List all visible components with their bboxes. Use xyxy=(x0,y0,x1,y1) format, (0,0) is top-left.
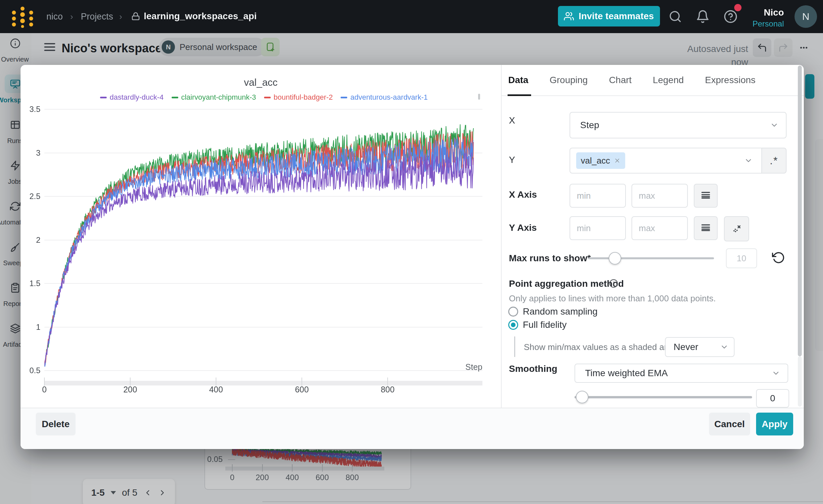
broom-icon xyxy=(10,242,21,252)
cancel-button[interactable]: Cancel xyxy=(709,413,750,436)
x-axis-tick-label: 0 xyxy=(29,385,59,395)
x-axis-tick-label: 800 xyxy=(373,385,402,395)
chevron-left-icon[interactable] xyxy=(144,488,152,497)
redo-button[interactable] xyxy=(774,38,793,57)
x-axis-max-input[interactable] xyxy=(632,184,688,208)
invite-teammates-label: Invite teammates xyxy=(579,11,654,21)
apply-button[interactable]: Apply xyxy=(756,413,793,436)
tab-expressions[interactable]: Expressions xyxy=(705,65,756,95)
y-metric-chip[interactable]: val_acc xyxy=(576,152,625,169)
help-icon[interactable] xyxy=(723,10,737,23)
refresh-icon xyxy=(10,201,21,212)
clipboard-icon xyxy=(10,282,21,293)
info-icon[interactable] xyxy=(609,279,618,288)
redo-icon xyxy=(778,42,789,53)
autosave-status: Autosaved just now xyxy=(672,42,748,56)
log-scale-icon xyxy=(700,190,711,201)
x-field-select[interactable]: Step xyxy=(569,112,787,139)
bell-icon[interactable] xyxy=(696,10,710,23)
y-axis-label: Y Axis xyxy=(509,223,537,233)
y-axis-tick-label: 3 xyxy=(23,148,40,158)
smoothing-label: Smoothing xyxy=(509,364,557,374)
tab-chart[interactable]: Chart xyxy=(609,65,632,95)
badge-label: Personal workspace xyxy=(180,42,257,52)
mini-x-tick-label: 800 xyxy=(339,473,365,482)
y-axis-log-scale-button[interactable] xyxy=(694,216,718,240)
reset-icon[interactable] xyxy=(772,251,785,264)
workspace-share-chip[interactable] xyxy=(261,38,280,56)
x-axis-min-input[interactable] xyxy=(569,184,626,208)
regex-toggle-button[interactable]: .* xyxy=(761,148,787,174)
board-icon xyxy=(10,79,21,89)
search-icon[interactable] xyxy=(669,10,682,23)
close-icon[interactable] xyxy=(614,157,621,164)
smoothing-slider[interactable] xyxy=(574,396,752,399)
radio-random-sampling[interactable] xyxy=(508,307,518,316)
max-runs-slider[interactable] xyxy=(588,257,714,259)
log-scale-icon xyxy=(700,223,711,234)
tab-grouping[interactable]: Grouping xyxy=(550,65,588,95)
sidebar-item-overview[interactable]: Overview xyxy=(0,34,31,67)
breadcrumb-section[interactable]: Projects xyxy=(81,11,113,22)
workspace-title: Nico's workspace xyxy=(62,40,162,57)
top-nav: nico › Projects › learning_workspaces_ap… xyxy=(0,0,823,33)
chart-canvas[interactable] xyxy=(44,99,482,374)
smoothing-amount-input[interactable] xyxy=(756,389,789,408)
max-runs-input[interactable] xyxy=(726,248,757,268)
x-axis-tick-label: 600 xyxy=(287,385,317,395)
menu-icon[interactable] xyxy=(43,40,56,54)
x-field-label: X xyxy=(509,115,515,125)
tab-legend[interactable]: Legend xyxy=(653,65,683,95)
tab-data[interactable]: Data xyxy=(508,65,528,95)
ignore-outliers-button[interactable] xyxy=(724,216,749,241)
pagination-range[interactable]: 1-5 xyxy=(91,487,104,498)
x-axis-brush[interactable] xyxy=(44,381,482,386)
chevron-down-icon xyxy=(744,156,753,165)
pagination[interactable]: 1-5 of 5 xyxy=(83,479,175,504)
undo-button[interactable] xyxy=(753,38,771,57)
panel-scrollbar-thumb[interactable] xyxy=(798,65,802,356)
delete-button[interactable]: Delete xyxy=(36,413,75,436)
smoothing-slider-thumb[interactable] xyxy=(576,391,589,403)
invite-teammates-button[interactable]: Invite teammates xyxy=(558,6,660,26)
breadcrumb-project[interactable]: learning_workspaces_api xyxy=(144,10,257,22)
y-axis-min-input[interactable] xyxy=(569,216,626,240)
radio-label[interactable]: Random sampling xyxy=(523,306,598,317)
mini-x-tick-label: 600 xyxy=(309,473,336,482)
minmax-select[interactable]: Never xyxy=(665,337,734,357)
y-field-label: Y xyxy=(509,155,515,165)
settings-tabs: DataGroupingChartLegendExpressions xyxy=(501,65,804,96)
max-runs-slider-thumb[interactable] xyxy=(609,252,621,265)
x-axis-log-scale-button[interactable] xyxy=(694,184,718,208)
x-axis-tick-label: 400 xyxy=(201,385,231,395)
chevron-right-icon[interactable] xyxy=(158,488,167,497)
badge-avatar: N xyxy=(162,40,175,54)
chart-title: val_acc xyxy=(21,77,501,88)
max-runs-label: Max runs to show* xyxy=(509,253,591,263)
avatar[interactable]: N xyxy=(795,5,817,28)
lock-icon xyxy=(131,12,140,21)
breadcrumb-separator: › xyxy=(119,11,122,22)
x-axis-tick-label: 200 xyxy=(115,385,145,395)
y-axis-tick-label: 3.5 xyxy=(23,105,40,114)
undo-icon xyxy=(757,42,767,53)
radio-label[interactable]: Full fidelity xyxy=(523,319,566,330)
workspace-badge[interactable]: N Personal workspace xyxy=(159,38,266,56)
legend-scrollbar[interactable] xyxy=(478,94,480,100)
y-field-select[interactable]: val_acc xyxy=(569,148,762,174)
legend-swatch xyxy=(100,97,107,98)
x-axis-label: X Axis xyxy=(509,190,537,200)
wandb-logo[interactable] xyxy=(10,5,35,28)
breadcrumb-account[interactable]: nico xyxy=(46,11,63,22)
more-icon[interactable] xyxy=(797,43,811,52)
smoothing-select[interactable]: Time weighted EMA xyxy=(574,363,788,383)
radio-full-fidelity[interactable] xyxy=(508,320,518,330)
y-axis-tick-label: 2.5 xyxy=(23,192,40,201)
outliers-icon xyxy=(730,223,743,235)
user-name[interactable]: Nico xyxy=(742,7,784,18)
minmax-value: Never xyxy=(674,338,698,356)
y-axis-tick-label: 0.5 xyxy=(23,366,40,375)
mini-x-tick xyxy=(352,464,352,472)
panel-scrollbar-track[interactable] xyxy=(798,356,802,407)
y-axis-max-input[interactable] xyxy=(632,216,688,240)
